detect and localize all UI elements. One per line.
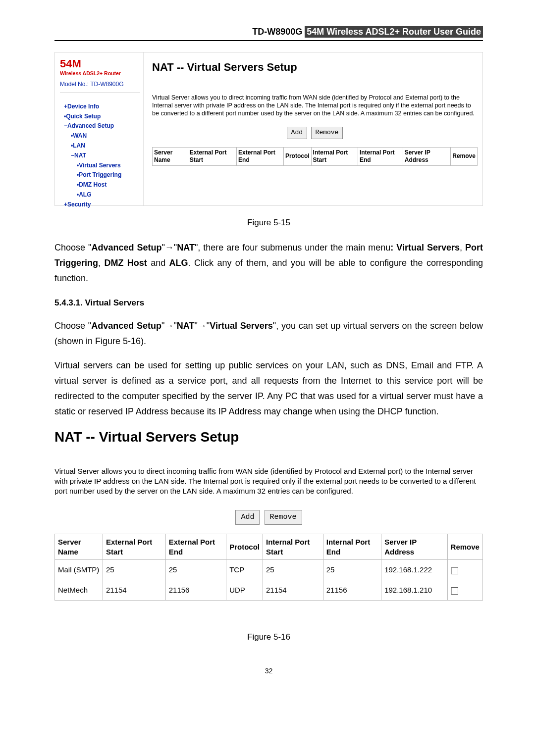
model-no-value: TD-W8900G: [90, 81, 123, 88]
cell-protocol: UDP: [226, 580, 263, 601]
col-server-ip: Server IP Address: [403, 147, 451, 165]
add-button-515[interactable]: Add: [287, 127, 307, 139]
cell-remove: [447, 560, 482, 580]
table-row: NetMech 21154 21156 UDP 21154 21156 192.…: [55, 580, 483, 601]
brand-54m: 54M: [60, 58, 140, 69]
panel-title-515: NAT -- Virtual Servers Setup: [152, 58, 478, 76]
panel-title-516: NAT -- Virtual Servers Setup: [54, 426, 483, 449]
nav-quick-setup[interactable]: •Quick Setup: [64, 113, 101, 120]
cell-server-ip: 192.168.1.210: [381, 580, 447, 601]
remove-button-515[interactable]: Remove: [311, 127, 343, 139]
nav-port-triggering[interactable]: •Port Triggering: [77, 171, 121, 178]
cell-remove: [447, 580, 482, 601]
col-protocol: Protocol: [226, 534, 263, 560]
figure-5-16: NAT -- Virtual Servers Setup Virtual Ser…: [54, 426, 483, 601]
cell-int-end: 21156: [323, 580, 381, 601]
col-server-name: Server Name: [153, 147, 188, 165]
figure-5-15: 54M Wireless ADSL2+ Router Model No.: TD…: [54, 52, 483, 206]
cell-int-start: 21154: [263, 580, 323, 601]
remove-checkbox[interactable]: [451, 587, 458, 595]
panel-desc-516: Virtual Server allows you to direct inco…: [54, 466, 483, 497]
virtual-servers-table-515: Server Name External Port Start External…: [152, 147, 478, 166]
paragraph-2: Choose "Advanced Setup"→"NAT"→"Virtual S…: [54, 318, 483, 349]
model-no-label: Model No.:: [60, 81, 89, 88]
col-remove: Remove: [447, 534, 482, 560]
header-title: 54M Wireless ADSL2+ Router User Guide: [305, 26, 483, 38]
caption-515: Figure 5-15: [54, 216, 483, 229]
col-server-name: Server Name: [55, 534, 103, 560]
cell-name: Mail (SMTP): [55, 560, 103, 580]
cell-protocol: TCP: [226, 560, 263, 580]
brand-subtitle: Wireless ADSL2+ Router: [60, 69, 140, 78]
col-ext-start: External Port Start: [188, 147, 236, 165]
nav-virtual-servers[interactable]: •Virtual Servers: [77, 162, 121, 169]
page-number: 32: [54, 665, 483, 676]
col-int-end: Internal Port End: [323, 534, 381, 560]
cell-ext-end: 21156: [165, 580, 226, 601]
cell-int-end: 25: [323, 560, 381, 580]
panel-desc-515: Virtual Server allows you to direct inco…: [152, 94, 478, 118]
remove-checkbox[interactable]: [451, 567, 458, 574]
nav-security[interactable]: +Security: [64, 201, 91, 208]
cell-ext-start: 25: [103, 560, 165, 580]
col-server-ip: Server IP Address: [381, 534, 447, 560]
col-int-start: Internal Port Start: [311, 147, 358, 165]
col-ext-end: External Port End: [237, 147, 284, 165]
nav-wan[interactable]: •WAN: [71, 132, 87, 139]
paragraph-3: Virtual servers can be used for setting …: [54, 358, 483, 419]
remove-button-516[interactable]: Remove: [265, 510, 302, 525]
header-model: TD-W8900G: [252, 27, 302, 37]
nav-device-info[interactable]: +Device Info: [64, 103, 99, 110]
add-button-516[interactable]: Add: [235, 510, 260, 525]
page-header: TD-W8900G 54M Wireless ADSL2+ Router Use…: [54, 25, 483, 41]
section-heading: 5.4.3.1. Virtual Servers: [54, 296, 483, 309]
nav-nat[interactable]: −NAT: [71, 152, 86, 159]
sidebar-nav: +Device Info •Quick Setup −Advanced Setu…: [60, 102, 140, 210]
nav-lan[interactable]: •LAN: [71, 142, 85, 149]
col-int-start: Internal Port Start: [263, 534, 323, 560]
col-ext-start: External Port Start: [103, 534, 165, 560]
nav-advanced-setup[interactable]: −Advanced Setup: [64, 122, 114, 129]
col-remove: Remove: [451, 147, 478, 165]
nav-dmz-host[interactable]: •DMZ Host: [77, 181, 107, 188]
cell-ext-end: 25: [165, 560, 226, 580]
cell-server-ip: 192.168.1.222: [381, 560, 447, 580]
col-protocol: Protocol: [283, 147, 311, 165]
cell-name: NetMech: [55, 580, 103, 601]
cell-int-start: 25: [263, 560, 323, 580]
virtual-servers-table-516: Server Name External Port Start External…: [54, 534, 483, 601]
table-row: Mail (SMTP) 25 25 TCP 25 25 192.168.1.22…: [55, 560, 483, 580]
col-int-end: Internal Port End: [358, 147, 403, 165]
col-ext-end: External Port End: [165, 534, 226, 560]
caption-516: Figure 5-16: [54, 630, 483, 644]
cell-ext-start: 21154: [103, 580, 165, 601]
router-sidebar: 54M Wireless ADSL2+ Router Model No.: TD…: [55, 52, 144, 205]
model-number: Model No.: TD-W8900G: [60, 80, 140, 93]
paragraph-1: Choose "Advanced Setup"→"NAT", there are…: [54, 240, 483, 286]
nav-alg[interactable]: •ALG: [77, 191, 92, 198]
